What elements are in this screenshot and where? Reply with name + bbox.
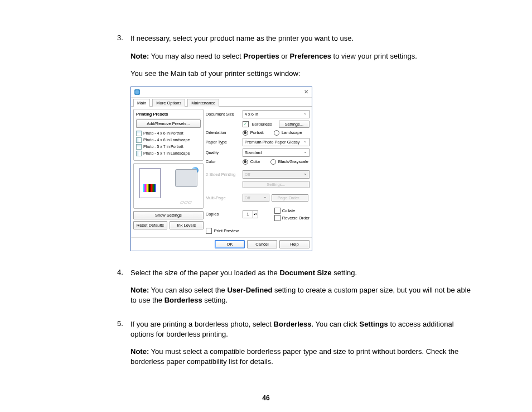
label-multipage: Multi-Page [206,195,240,200]
step-5: 5. If you are printing a borderless phot… [117,319,471,374]
step-note: Note: You must select a compatible borde… [130,347,471,366]
printer-icon [175,169,197,187]
ok-button[interactable]: OK [215,240,245,248]
page-number: 46 [0,394,532,402]
document-size-dropdown[interactable]: 4 x 6 in [243,110,309,118]
label-copies: Copies [206,212,240,217]
borderless-settings-button[interactable]: Settings... [279,121,309,128]
dialog-tabs: Main More Options Maintenance [131,98,312,107]
borderless-checkbox[interactable] [243,121,249,127]
print-preview-checkbox[interactable] [206,228,212,234]
reverse-checkbox[interactable] [274,215,280,221]
preset-icon [136,144,142,150]
right-column: Document Size 4 x 6 in Borderless Settin… [206,109,309,235]
preset-item[interactable]: Photo - 4 x 6 in Portrait [136,130,201,137]
label-landscape: Landscape [282,130,302,135]
preset-item[interactable]: Photo - 5 x 7 in Portrait [136,143,201,150]
label-orientation: Orientation [206,130,240,135]
quality-dropdown[interactable]: Standard [243,148,309,157]
tab-main[interactable]: Main [133,99,150,107]
label-bw-opt: Black/Grayscale [278,159,308,164]
landscape-radio[interactable] [274,130,279,136]
label-color-opt: Color [250,159,260,164]
show-settings-button[interactable]: Show Settings [133,211,204,219]
label-document-size: Document Size [206,112,240,117]
portrait-radio[interactable] [243,130,248,136]
copies-spinner[interactable]: 1 ▴▾ [243,210,258,218]
step-body: Select the size of the paper you loaded … [130,268,471,313]
tab-maintenance[interactable]: Maintenance [187,99,219,107]
label-collate: Collate [282,208,295,213]
preset-list: Photo - 4 x 6 in Portrait Photo - 4 x 6 … [135,130,202,159]
ink-levels-button[interactable]: Ink Levels [170,221,204,229]
note-label: Note: [130,52,149,60]
step-4: 4. Select the size of the paper you load… [117,268,471,313]
step-3: 3. If necessary, select your product nam… [117,33,471,261]
multipage-dropdown: Off [243,194,269,202]
printer-dialog: ✕ Main More Options Maintenance Printing… [130,87,312,251]
color-radio[interactable] [243,159,248,165]
twosided-settings-button: Settings... [243,181,309,188]
dialog-titlebar: ✕ [131,87,312,98]
left-buttons-row1: Show Settings [133,211,204,219]
step-text: If you are printing a borderless photo, … [130,319,471,339]
label-paper-type: Paper Type [206,140,240,145]
preview-pane: ▱▱▱ [133,163,204,209]
paper-type-dropdown[interactable]: Premium Photo Paper Glossy [243,138,309,146]
preset-item[interactable]: Photo - 5 x 7 in Landscape [136,150,201,157]
label-quality: Quality [206,150,240,155]
label-print-preview: Print Preview [214,228,239,233]
step-after: You see the Main tab of your printer set… [130,69,471,79]
note-label: Note: [130,347,149,356]
step-number: 5. [117,319,130,374]
label-2sided: 2-Sided Printing [206,172,240,177]
step-note: Note: You may also need to select Proper… [130,51,471,61]
presets-title: Printing Presets [135,111,202,118]
page-order-button: Page Order... [272,194,309,202]
bw-radio[interactable] [270,159,276,165]
label-color: Color [206,159,240,164]
collate-checkbox[interactable] [274,208,280,214]
add-remove-presets-button[interactable]: Add/Remove Presets... [136,119,201,128]
step-number: 3. [117,33,130,261]
reset-defaults-button[interactable]: Reset Defaults [133,221,167,229]
note-label: Note: [130,286,149,294]
step-note: Note: You can also select the User-Defin… [130,285,471,305]
cancel-button[interactable]: Cancel [247,240,277,248]
preset-icon [136,137,142,143]
step-body: If you are printing a borderless photo, … [130,319,471,374]
step-text: Select the size of the paper you loaded … [130,268,471,278]
document-page: 3. If necessary, select your product nam… [0,0,532,412]
left-column: Printing Presets Add/Remove Presets... P… [133,109,204,235]
label-borderless: Borderless [252,122,272,127]
step-text: If necessary, select your product name a… [130,33,471,44]
spinner-arrows-icon[interactable]: ▴▾ [253,211,258,218]
step-number: 4. [117,268,130,313]
twosided-dropdown: Off [243,170,309,179]
preset-icon [136,151,142,156]
step-body: If necessary, select your product name a… [130,33,471,261]
presets-box: Printing Presets Add/Remove Presets... P… [133,109,204,161]
close-icon[interactable]: ✕ [304,89,308,95]
dialog-body: Printing Presets Add/Remove Presets... P… [131,107,312,237]
tab-more-options[interactable]: More Options [152,99,185,107]
label-portrait: Portrait [250,130,264,135]
label-reverse: Reverse Order [282,215,309,221]
app-icon [134,89,140,95]
preset-item[interactable]: Photo - 4 x 6 in Landscape [136,137,201,143]
left-buttons-row2: Reset Defaults Ink Levels [133,221,204,229]
paper-preview-icon [139,168,161,198]
preset-icon [136,131,142,136]
help-button[interactable]: Help [279,240,309,248]
tray-icon: ▱▱▱ [180,199,192,205]
dialog-footer: OK Cancel Help [131,237,312,251]
